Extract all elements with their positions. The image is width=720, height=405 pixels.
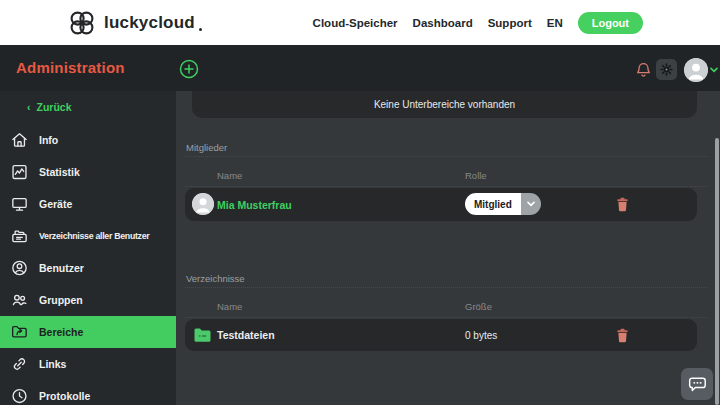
directory-row: Testdateien 0 bytes	[185, 319, 697, 351]
user-icon	[9, 258, 30, 279]
chevron-down-icon	[527, 201, 535, 207]
sidebar-item-label: Info	[39, 134, 58, 146]
sidebar-item-label: Statistik	[39, 166, 80, 178]
delete-member-button[interactable]	[614, 196, 630, 213]
trash-icon	[616, 197, 629, 212]
empty-subareas-text: Keine Unterbereiche vorhanden	[374, 99, 515, 110]
divider	[185, 287, 708, 288]
sidebar-item-label: Protokolle	[39, 390, 90, 402]
notifications-button[interactable]	[635, 60, 651, 79]
logo-text: luckycloud	[104, 13, 195, 33]
member-avatar	[192, 193, 214, 215]
scrollbar-thumb[interactable]	[715, 138, 719, 405]
members-column-name: Name	[217, 170, 242, 181]
member-name-link[interactable]: Mia Musterfrau	[217, 188, 292, 221]
devices-icon	[9, 194, 30, 215]
member-row: Mia Musterfrau Mitglied	[185, 188, 697, 221]
sidebar-item-info[interactable]: Info	[0, 124, 176, 156]
back-chevron: ‹	[27, 101, 31, 113]
divider	[185, 186, 708, 187]
trash-icon	[616, 328, 629, 343]
nav-support[interactable]: Support	[488, 17, 532, 29]
page-title: Administration	[16, 59, 125, 76]
all-directories-icon	[9, 226, 30, 247]
logo[interactable]: luckycloud	[67, 7, 202, 38]
logo-trademark-dot	[199, 28, 202, 31]
gear-icon	[660, 63, 673, 76]
back-link[interactable]: ‹ Zurück	[27, 101, 72, 113]
link-icon	[9, 354, 30, 375]
empty-subareas-card: Keine Unterbereiche vorhanden	[192, 91, 697, 118]
nav-dashboard[interactable]: Dashboard	[413, 17, 473, 29]
sidebar-item-label: Geräte	[39, 198, 72, 210]
plus-icon	[179, 59, 199, 79]
nav-cloud-speicher[interactable]: Cloud-Speicher	[313, 17, 398, 29]
directory-size: 0 bytes	[465, 319, 497, 351]
sidebar-item-statistik[interactable]: Statistik	[0, 156, 176, 188]
directories-column-size: Größe	[465, 301, 492, 312]
nav-language[interactable]: EN	[547, 17, 563, 29]
logout-button[interactable]: Logout	[578, 12, 643, 34]
top-navigation: Cloud-Speicher Dashboard Support EN Logo…	[313, 0, 643, 45]
chevron-down-icon	[710, 67, 718, 73]
divider	[185, 317, 708, 318]
statistics-icon	[9, 162, 30, 183]
bell-icon	[636, 61, 651, 79]
admin-sidebar: ‹ Zurück Info	[0, 91, 176, 405]
chat-widget-button[interactable]	[681, 368, 713, 400]
directories-column-name: Name	[217, 301, 242, 312]
members-section-label: Mitglieder	[186, 142, 227, 153]
role-dropdown[interactable]: Mitglied	[465, 193, 541, 215]
sidebar-item-gruppen[interactable]: Gruppen	[0, 284, 176, 316]
logs-icon	[9, 386, 30, 405]
folder-icon	[193, 327, 212, 343]
sidebar-item-label: Verzeichnisse aller Benutzer	[39, 231, 149, 241]
home-icon	[9, 130, 30, 151]
groups-icon	[9, 290, 30, 311]
add-button[interactable]	[179, 59, 199, 79]
dropdown-caret	[521, 193, 541, 215]
topbar: luckycloud Cloud-Speicher Dashboard Supp…	[0, 0, 720, 45]
back-label: Zurück	[37, 101, 72, 113]
sidebar-nav: Info Statistik Geräte	[0, 124, 176, 405]
sidebar-item-links[interactable]: Links	[0, 348, 176, 380]
sidebar-item-geraete[interactable]: Geräte	[0, 188, 176, 220]
chat-bubble-icon	[687, 375, 707, 394]
avatar	[684, 58, 708, 82]
sidebar-item-verzeichnisse-aller-benutzer[interactable]: Verzeichnisse aller Benutzer	[0, 220, 176, 252]
shared-folder-icon	[9, 322, 30, 343]
directory-name: Testdateien	[217, 319, 275, 351]
settings-button[interactable]	[656, 59, 677, 80]
admin-header-bar: Administration	[0, 45, 720, 91]
divider	[185, 156, 708, 157]
luckycloud-admin-screen: luckycloud Cloud-Speicher Dashboard Supp…	[0, 0, 720, 405]
sidebar-item-bereiche[interactable]: Bereiche	[0, 316, 176, 348]
sidebar-item-label: Links	[39, 358, 66, 370]
members-column-role: Rolle	[465, 170, 487, 181]
sidebar-item-label: Gruppen	[39, 294, 83, 306]
clover-logo-icon	[67, 8, 97, 38]
account-menu[interactable]	[684, 58, 718, 82]
role-value: Mitglied	[465, 193, 521, 215]
directories-section-label: Verzeichnisse	[186, 273, 245, 284]
delete-directory-button[interactable]	[614, 327, 630, 344]
sidebar-item-label: Bereiche	[39, 326, 83, 338]
user-avatar-icon	[192, 193, 214, 215]
user-avatar-icon	[684, 58, 708, 82]
sidebar-item-protokolle[interactable]: Protokolle	[0, 380, 176, 405]
sidebar-item-label: Benutzer	[39, 262, 84, 274]
sidebar-item-benutzer[interactable]: Benutzer	[0, 252, 176, 284]
